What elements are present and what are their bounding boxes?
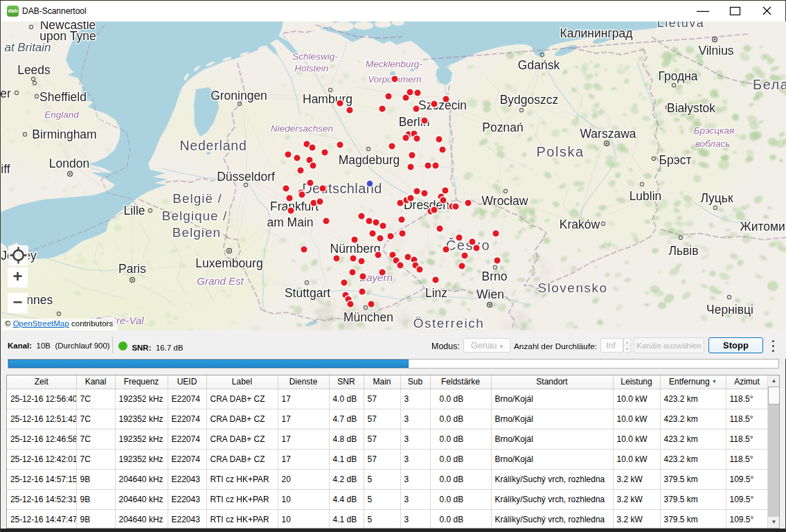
svg-text:Hamburg: Hamburg [303,92,352,106]
svg-text:Paris: Paris [118,262,146,276]
svg-text:Львів: Львів [668,244,698,258]
svg-text:München: München [343,310,393,324]
svg-text:am Main: am Main [267,215,313,229]
svg-text:Linz: Linz [425,286,447,300]
svg-text:Luxembourg: Luxembourg [195,256,262,270]
svg-text:Stuttgart: Stuttgart [285,286,330,300]
svg-text:Bydgoszcz: Bydgoszcz [500,93,559,107]
svg-text:Birmingham: Birmingham [32,127,96,141]
svg-text:er: er [1,87,11,100]
svg-text:Mecklenburg-: Mecklenburg- [366,59,422,69]
svg-text:Schleswig-: Schleswig- [292,51,338,62]
svg-text:Sheffield: Sheffield [39,90,87,104]
svg-text:Gdańsk: Gdańsk [518,58,560,72]
svg-text:Lille: Lille [123,204,145,218]
svg-text:Grand Est: Grand Est [197,275,244,287]
svg-text:België /: België / [172,191,222,206]
svg-text:Brno: Brno [482,269,508,283]
svg-text:воблась: воблась [695,139,731,149]
svg-text:Брэсцкая: Брэсцкая [694,125,734,136]
svg-text:Slovensko: Slovensko [537,281,607,295]
svg-text:Poznań: Poznań [482,121,523,134]
svg-text:Holstein: Holstein [295,63,329,73]
svg-text:Leeds: Leeds [17,63,51,77]
svg-text:Česko: Česko [446,238,490,253]
svg-text:Луцьк: Луцьк [700,191,733,205]
svg-text:Polska: Polska [536,144,584,159]
svg-text:Groningen: Groningen [211,89,267,103]
svg-text:Гродна: Гродна [658,69,697,83]
svg-text:Wien: Wien [476,287,504,301]
svg-text:iff: iff [1,162,10,176]
svg-text:Magdeburg: Magdeburg [339,153,400,167]
svg-text:Warszawa: Warszawa [580,127,636,141]
svg-text:Житомир: Житомир [740,220,786,233]
svg-text:London: London [49,157,89,170]
svg-text:Lietuva: Lietuva [657,21,705,30]
svg-text:Vilnius: Vilnius [698,44,733,57]
svg-text:Düsseldorf: Düsseldorf [217,170,275,184]
svg-text:Wrocław: Wrocław [482,194,528,208]
svg-text:Niedersachsen: Niedersachsen [271,123,333,134]
svg-text:Nederland: Nederland [179,138,247,153]
svg-text:Беларусь: Беларусь [753,77,786,92]
svg-text:Österreich: Österreich [413,316,485,330]
svg-text:Брэст: Брэст [659,153,692,167]
svg-text:Чернівці: Чернівці [706,303,753,317]
svg-text:Nürnberg: Nürnberg [330,242,381,256]
svg-text:Калининград: Калининград [560,26,632,40]
svg-text:Kraków: Kraków [560,218,600,231]
svg-text:Belgien: Belgien [172,225,221,240]
svg-text:at Britain: at Britain [4,41,51,54]
svg-text:Białystok: Białystok [667,101,715,115]
svg-text:Lublin: Lublin [629,189,662,203]
svg-text:Belgique /: Belgique / [162,209,228,223]
svg-text:England: England [44,109,79,120]
